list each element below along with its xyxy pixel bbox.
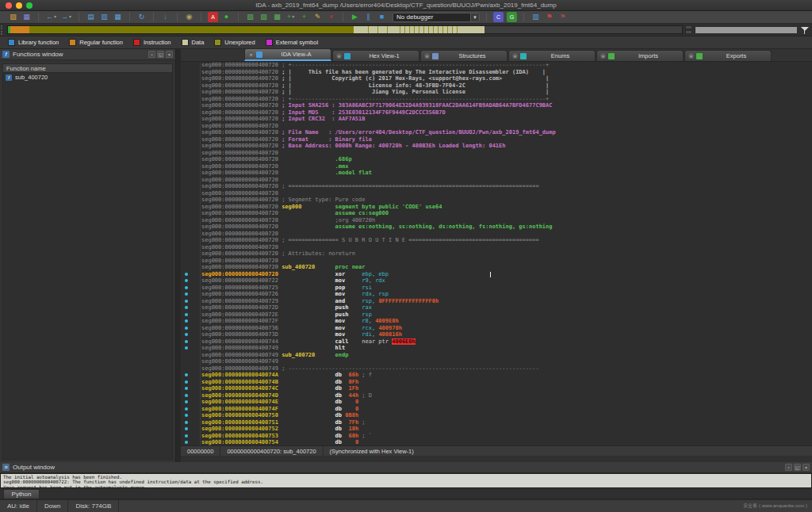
listing-row[interactable]: seg000:0000000000400720 ; +-------------… — [181, 96, 812, 103]
listing-row[interactable]: seg000:000000000040072F mov r8, 4009E0h — [181, 318, 812, 325]
listing-row[interactable]: seg000:0000000000400720 sub_400720 proc … — [181, 264, 812, 271]
open-file-button[interactable]: ▨ — [8, 12, 18, 22]
listing-row[interactable]: seg000:0000000000400720 seg000 segment b… — [181, 204, 812, 211]
listing-row[interactable]: seg000:000000000040074B db 0Fh — [181, 379, 812, 386]
listing-row[interactable]: seg000:0000000000400720 assume cs:seg000 — [181, 210, 812, 217]
function-list-item[interactable]: fsub_400720 — [3, 73, 172, 82]
listing-row[interactable]: seg000:0000000000400720 ; File Name : /U… — [181, 129, 812, 136]
compile-script-button[interactable]: C — [493, 12, 504, 22]
combo-dropdown-icon[interactable]: ▼ — [470, 13, 479, 21]
save-button[interactable]: ▦ — [21, 12, 32, 22]
debugger-select[interactable]: No debugger▼ — [393, 13, 480, 22]
search-button[interactable]: ◉ — [184, 12, 194, 22]
function-chart-button[interactable]: ▥ — [530, 12, 541, 22]
listing-row[interactable]: seg000:0000000000400720 ; Input SHA256 :… — [181, 102, 812, 109]
panel-float-button[interactable]: ◱ — [157, 51, 164, 58]
listing-row[interactable]: seg000:0000000000400720 — [181, 150, 812, 157]
listing-row[interactable]: seg000:0000000000400720 .mmx — [181, 163, 812, 170]
listing-row[interactable]: seg000:0000000000400751 db 7Fh ; — [181, 419, 812, 426]
listing-row[interactable]: seg000:0000000000400736 mov rcx, 400970h — [181, 325, 812, 332]
listing-row[interactable]: seg000:0000000000400720 — [181, 177, 812, 184]
tab-close-icon[interactable]: ✕ — [248, 52, 254, 57]
listing-row[interactable]: seg000:0000000000400720 ;org 400720h — [181, 217, 812, 224]
tab-enums[interactable]: ✕Enums — [508, 50, 596, 61]
listing-row[interactable]: seg000:0000000000400720 ; | License info… — [181, 82, 812, 90]
listing-row[interactable]: seg000:0000000000400752 db 10h — [181, 426, 812, 433]
listing-row[interactable]: seg000:0000000000400720 — [181, 123, 812, 130]
stop-debugger-button[interactable]: ■ — [377, 12, 387, 22]
listing-row[interactable]: seg000:0000000000400725 pop rsi — [181, 285, 812, 292]
jump-xref-button[interactable]: ↻ — [136, 12, 147, 22]
add-cross-ref-button[interactable]: +▾ — [285, 12, 296, 22]
listing-row[interactable]: seg000:0000000000400720 ; | Copyright (c… — [181, 75, 812, 82]
output-log[interactable]: The initial autoanalysis has been finish… — [0, 473, 812, 488]
navigate-back-button[interactable]: ←▾ — [45, 12, 57, 22]
breakpoint-flag-button[interactable]: ⚑ — [544, 12, 554, 22]
listing-row[interactable]: seg000:0000000000400720 ; Segment type: … — [181, 197, 812, 204]
text-search-button[interactable]: A — [208, 12, 218, 22]
panel-minimize-button[interactable]: ▫ — [785, 464, 792, 471]
panel-close-button[interactable]: × — [802, 464, 810, 471]
listing-row[interactable]: seg000:0000000000400749 sub_400720 endp — [181, 352, 812, 359]
listing-row[interactable]: seg000:0000000000400720 ; | Jiang Ying, … — [181, 89, 812, 96]
listing-row[interactable]: seg000:0000000000400720 — [181, 244, 812, 251]
listing-row[interactable]: seg000:0000000000400720 ; Input MD5 : 25… — [181, 109, 812, 117]
tab-close-icon[interactable]: ✕ — [512, 53, 518, 59]
listing-row[interactable]: seg000:0000000000400720 ; Input CRC32 : … — [181, 116, 812, 123]
listing-row[interactable]: seg000:0000000000400720 ; ==============… — [181, 237, 812, 244]
script-command-button[interactable]: G — [507, 12, 517, 22]
listing-row[interactable]: seg000:000000000040074A db 66h ; f — [181, 372, 812, 379]
jump-address-button[interactable]: ▤ — [86, 12, 96, 22]
listing-row[interactable]: seg000:000000000040074E db 0 — [181, 399, 812, 406]
tab-close-icon[interactable]: ✕ — [600, 53, 606, 59]
listing-row[interactable]: seg000:0000000000400720 ; Format : Binar… — [181, 136, 812, 143]
trace-flag-button[interactable]: ⚑ — [557, 12, 568, 22]
listing-row[interactable]: seg000:0000000000400720 ; +-------------… — [181, 62, 812, 69]
listing-row[interactable]: seg000:000000000040073D mov rdi, 400816h — [181, 331, 812, 338]
start-debugger-button[interactable]: ▶ — [350, 12, 360, 22]
delete-function-button[interactable]: × — [326, 12, 336, 22]
panel-float-button[interactable]: ◱ — [794, 464, 801, 471]
listing-row[interactable]: seg000:0000000000400720 — [181, 258, 812, 265]
tab-imports[interactable]: ✕Imports — [596, 50, 684, 61]
listing-row[interactable]: seg000:0000000000400720 ; Attributes: no… — [181, 250, 812, 258]
listing-row[interactable]: seg000:000000000040072E push rsp — [181, 311, 812, 319]
listing-row[interactable]: seg000:0000000000400749 ; --------------… — [181, 365, 812, 373]
listing-row[interactable]: seg000:0000000000400720 assume es:nothin… — [181, 224, 812, 231]
patch-bytes-button[interactable]: ▧ — [245, 12, 255, 22]
tab-close-icon[interactable]: ✕ — [688, 53, 694, 59]
listing-row[interactable]: seg000:000000000040074D db 44h ; D — [181, 392, 812, 399]
listing-row[interactable]: seg000:0000000000400720 xor ebp, ebp — [181, 271, 812, 278]
rename-button[interactable]: ▩ — [272, 12, 282, 22]
listing-row[interactable]: seg000:0000000000400749 hlt — [181, 345, 812, 352]
listing-row[interactable]: seg000:0000000000400753 db 60h ; ` — [181, 433, 812, 440]
jump-segment-button[interactable]: ▦ — [113, 12, 123, 22]
tab-hex-view-1[interactable]: ✕Hex View-1 — [332, 50, 419, 61]
listing-row[interactable]: seg000:0000000000400720 — [181, 231, 812, 238]
navband-zoom-spinner[interactable] — [685, 25, 692, 34]
panel-minimize-button[interactable]: ▫ — [148, 51, 155, 58]
listing-row[interactable]: seg000:0000000000400744 call near ptr 40… — [181, 338, 812, 346]
edit-function-button[interactable]: ✎ — [312, 12, 323, 22]
function-name-column-header[interactable]: Function name — [2, 63, 173, 73]
pause-debugger-button[interactable]: ∥ — [363, 12, 373, 22]
disassembly-listing[interactable]: seg000:0000000000400720 ; +-------------… — [181, 62, 812, 445]
tab-close-icon[interactable]: ✕ — [424, 53, 430, 59]
create-function-button[interactable]: + — [299, 12, 309, 22]
dropdown-arrow-icon[interactable]: ▾ — [54, 12, 56, 22]
tab-structures[interactable]: ✕Structures — [420, 50, 508, 61]
listing-row[interactable]: seg000:0000000000400720 ; Base Address: … — [181, 143, 812, 150]
dropdown-arrow-icon[interactable]: ▾ — [69, 12, 71, 22]
listing-row[interactable]: seg000:0000000000400754 db 0 — [181, 439, 812, 445]
filter-funnel-icon[interactable] — [800, 25, 810, 35]
listing-row[interactable]: seg000:0000000000400720 .686p — [181, 156, 812, 163]
navigate-forward-button[interactable]: →▾ — [60, 12, 72, 22]
listing-row[interactable]: seg000:0000000000400720 .model flat — [181, 170, 812, 177]
jump-name-button[interactable]: ▥ — [99, 12, 109, 22]
listing-row[interactable]: seg000:0000000000400722 mov r9, rdx — [181, 277, 812, 285]
listing-row[interactable]: seg000:0000000000400726 mov rdx, rsp — [181, 291, 812, 298]
listing-row[interactable]: seg000:0000000000400750 db 0B8h — [181, 412, 812, 419]
panel-close-button[interactable]: × — [166, 51, 173, 58]
listing-row[interactable]: seg000:0000000000400720 — [181, 190, 812, 197]
listing-row[interactable]: seg000:000000000040074F db 0 — [181, 406, 812, 413]
